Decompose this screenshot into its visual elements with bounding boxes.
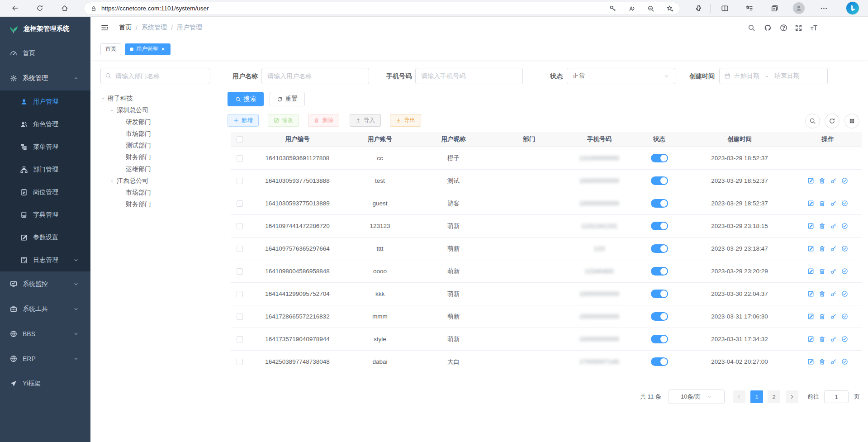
status-toggle[interactable]	[651, 290, 668, 298]
assign-role-check-icon[interactable]	[841, 177, 848, 184]
sidebar-collapse-icon[interactable]	[100, 24, 109, 32]
sidebar-item-系统管理[interactable]: 系统管理	[0, 66, 90, 90]
reset-password-key-icon[interactable]	[830, 290, 837, 297]
page-number-1[interactable]: 1	[750, 390, 763, 403]
edit-icon[interactable]	[807, 245, 814, 252]
address-bar[interactable]: https://ccnetcore.com:1101/system/user	[84, 2, 680, 15]
sidebar-item-菜单管理[interactable]: 菜单管理	[0, 136, 90, 158]
breadcrumb-item[interactable]: 首页	[119, 24, 132, 32]
delete-icon[interactable]	[819, 223, 825, 229]
status-toggle[interactable]	[651, 244, 668, 253]
tree-node[interactable]: 橙子科技	[100, 93, 218, 105]
bing-copilot-icon[interactable]	[846, 2, 859, 14]
tree-node[interactable]: 深圳总公司	[100, 105, 218, 116]
reset-password-key-icon[interactable]	[830, 245, 837, 252]
assign-role-check-icon[interactable]	[841, 358, 848, 365]
status-select[interactable]: 正常	[567, 68, 675, 84]
status-toggle[interactable]	[651, 335, 668, 343]
breadcrumb-item[interactable]: 系统管理	[142, 24, 167, 32]
delete-icon[interactable]	[819, 200, 825, 207]
assign-role-check-icon[interactable]	[841, 245, 848, 252]
select-all-checkbox[interactable]	[237, 136, 243, 143]
browser-home-button[interactable]	[57, 1, 72, 15]
delete-icon[interactable]	[819, 245, 825, 252]
status-toggle[interactable]	[651, 267, 668, 276]
sidebar-item-Yi框架[interactable]: Yi框架	[0, 371, 90, 396]
tab-用户管理[interactable]: 用户管理	[125, 43, 171, 55]
export-button[interactable]: 导出	[390, 114, 421, 127]
browser-menu-dots-icon[interactable]	[820, 5, 828, 12]
status-toggle[interactable]	[651, 199, 668, 208]
app-logo[interactable]: 意框架管理系统	[0, 17, 90, 41]
delete-button[interactable]: 删除	[308, 114, 339, 127]
sidebar-item-ERP[interactable]: ERP	[0, 346, 90, 371]
row-checkbox[interactable]	[237, 223, 243, 229]
reset-password-key-icon[interactable]	[830, 358, 837, 365]
toggle-search-button[interactable]	[805, 114, 820, 128]
status-toggle[interactable]	[651, 222, 668, 230]
breadcrumb-item[interactable]: 用户管理	[177, 24, 202, 32]
sidebar-item-角色管理[interactable]: 角色管理	[0, 113, 90, 136]
row-checkbox[interactable]	[237, 336, 243, 342]
row-checkbox[interactable]	[237, 291, 243, 297]
github-icon[interactable]	[764, 24, 772, 32]
column-settings-button[interactable]	[844, 114, 859, 128]
next-page-button[interactable]	[786, 390, 798, 403]
assign-role-check-icon[interactable]	[841, 313, 848, 320]
row-checkbox[interactable]	[237, 155, 243, 162]
reset-password-key-icon[interactable]	[830, 268, 837, 275]
tree-node[interactable]: 测试部门	[100, 140, 218, 152]
reset-password-key-icon[interactable]	[830, 313, 837, 320]
assign-role-check-icon[interactable]	[841, 290, 848, 297]
edit-icon[interactable]	[807, 313, 814, 320]
search-icon[interactable]	[748, 24, 755, 32]
delete-icon[interactable]	[819, 268, 825, 275]
edit-icon[interactable]	[807, 358, 814, 365]
zoom-out-icon[interactable]	[647, 5, 655, 12]
status-toggle[interactable]	[651, 357, 668, 366]
prev-page-button[interactable]	[733, 390, 745, 403]
delete-icon[interactable]	[819, 313, 825, 320]
browser-profile-avatar[interactable]	[793, 2, 805, 14]
edit-icon[interactable]	[807, 177, 814, 184]
date-range-picker[interactable]: 开始日期 - 结束日期	[719, 68, 828, 84]
assign-role-check-icon[interactable]	[841, 223, 848, 229]
sidebar-item-字典管理[interactable]: 字典管理	[0, 204, 90, 226]
page-size-select[interactable]: 10条/页	[669, 390, 725, 404]
edit-icon[interactable]	[807, 336, 814, 342]
assign-role-check-icon[interactable]	[841, 200, 848, 207]
sidebar-item-岗位管理[interactable]: 岗位管理	[0, 181, 90, 204]
split-screen-icon[interactable]	[721, 5, 729, 12]
sidebar-item-首页[interactable]: 首页	[0, 41, 90, 66]
font-size-icon[interactable]	[810, 24, 818, 32]
delete-icon[interactable]	[819, 336, 825, 342]
search-button[interactable]: 搜索	[228, 92, 264, 106]
row-checkbox[interactable]	[237, 268, 243, 275]
fullscreen-icon[interactable]	[795, 24, 802, 32]
username-input[interactable]	[261, 68, 369, 84]
extensions-icon[interactable]	[695, 5, 702, 12]
sidebar-item-系统监控[interactable]: 系统监控	[0, 271, 90, 296]
tree-node[interactable]: 研发部门	[100, 116, 218, 128]
close-icon[interactable]	[161, 47, 166, 52]
sidebar-item-参数设置[interactable]: 参数设置	[0, 226, 90, 249]
sidebar-item-用户管理[interactable]: 用户管理	[0, 90, 90, 113]
row-checkbox[interactable]	[237, 246, 243, 252]
status-toggle[interactable]	[651, 312, 668, 321]
tree-node[interactable]: 江西总公司	[100, 175, 218, 187]
assign-role-check-icon[interactable]	[841, 268, 848, 275]
status-toggle[interactable]	[651, 176, 668, 185]
delete-icon[interactable]	[819, 290, 825, 297]
tree-node[interactable]: 市场部门	[100, 187, 218, 199]
sidebar-item-日志管理[interactable]: 日志管理	[0, 249, 90, 271]
sidebar-item-部门管理[interactable]: 部门管理	[0, 158, 90, 181]
collections-icon[interactable]	[771, 5, 778, 12]
sidebar-item-系统工具[interactable]: 系统工具	[0, 296, 90, 321]
modify-button[interactable]: 修改	[268, 114, 299, 127]
url-text[interactable]: https://ccnetcore.com:1101/system/user	[101, 5, 598, 12]
delete-icon[interactable]	[819, 177, 825, 184]
refresh-table-button[interactable]	[825, 114, 840, 128]
reset-password-key-icon[interactable]	[830, 223, 837, 229]
reset-password-key-icon[interactable]	[830, 200, 837, 207]
tab-首页[interactable]: 首页	[100, 43, 121, 55]
